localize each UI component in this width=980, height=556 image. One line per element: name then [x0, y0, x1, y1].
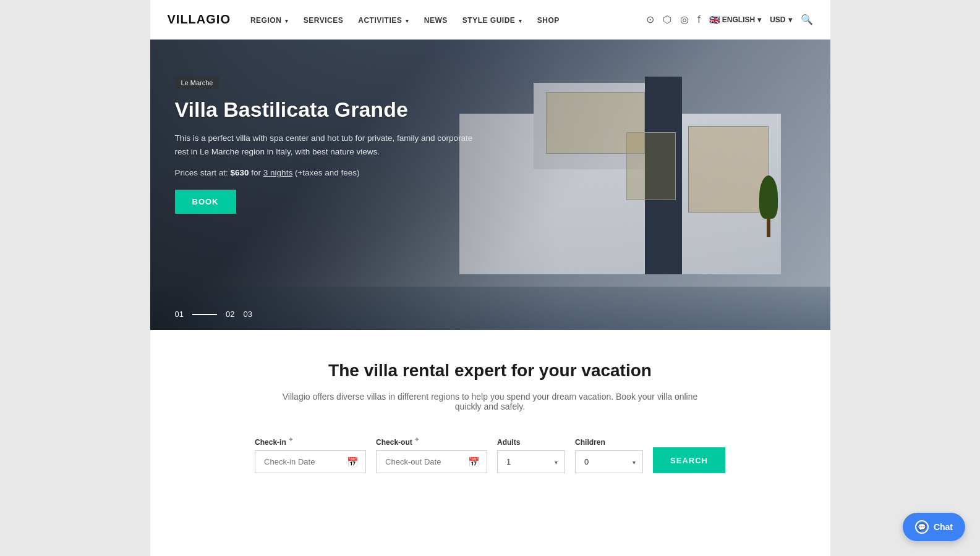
nav-link-activities[interactable]: ACTIVITIES ▾: [358, 16, 409, 25]
checkout-label: Check-out ✦: [376, 436, 487, 447]
adults-group: Adults 0 1 2 3 4 5 ▾: [497, 438, 565, 473]
slide-02[interactable]: 02: [226, 310, 234, 319]
slide-03[interactable]: 03: [243, 310, 252, 319]
currency-selector[interactable]: USD ▾: [770, 15, 791, 24]
nav-item-style-guide[interactable]: STYLE GUIDE ▾: [462, 14, 522, 25]
children-group: Children 0 1 2 3 4 5 ▾: [575, 438, 643, 473]
chevron-down-icon: ▾: [404, 18, 409, 24]
nav-menu: REGION ▾ SERVICES ACTIVITIES ▾ NEWS: [250, 14, 560, 25]
nav-link-region[interactable]: REGION ▾: [250, 16, 289, 25]
language-selector[interactable]: 🇬🇧 ENGLISH ▾: [709, 15, 761, 25]
adults-select[interactable]: 0 1 2 3 4 5: [497, 450, 565, 473]
checkout-input[interactable]: [376, 450, 487, 473]
nav-item-activities[interactable]: ACTIVITIES ▾: [358, 14, 409, 25]
adults-label: Adults: [497, 438, 565, 447]
navbar-left: VILLAGIO REGION ▾ SERVICES ACTIVITIES ▾: [168, 12, 560, 27]
chat-button[interactable]: 💬 Chat: [903, 513, 965, 541]
instagram-icon[interactable]: ◎: [680, 14, 689, 25]
foursquare-icon[interactable]: ⬡: [663, 14, 671, 25]
children-select-wrapper: 0 1 2 3 4 5 ▾: [575, 450, 643, 473]
region-tag: Le Marche: [175, 77, 219, 89]
booking-form: Check-in ✦ 📅 Check-out ✦ 📅 Adul: [168, 436, 813, 473]
navbar-right: ⊙ ⬡ ◎ f 🇬🇧 ENGLISH ▾ USD ▾ 🔍: [646, 14, 812, 25]
search-icon[interactable]: 🔍: [801, 14, 813, 25]
checkin-label: Check-in ✦: [255, 436, 366, 447]
slide-indicators: 01 02 03: [175, 310, 252, 319]
search-button[interactable]: SEARCH: [653, 447, 725, 473]
nav-item-news[interactable]: NEWS: [424, 14, 448, 25]
brand-logo[interactable]: VILLAGIO: [168, 12, 231, 27]
children-select[interactable]: 0 1 2 3 4 5: [575, 450, 643, 473]
nav-link-style-guide[interactable]: STYLE GUIDE ▾: [462, 16, 522, 25]
facebook-icon[interactable]: f: [697, 14, 700, 25]
indicator-line: [192, 314, 217, 315]
hero-content: Le Marche Villa Bastilicata Grande This …: [175, 77, 484, 214]
nav-link-news[interactable]: NEWS: [424, 16, 448, 25]
hero-section: Le Marche Villa Bastilicata Grande This …: [150, 40, 830, 330]
checkin-input-wrapper: 📅: [255, 450, 366, 473]
hero-price: Prices start at: $630 for 3 nights (+tax…: [175, 168, 484, 177]
chevron-down-icon: ▾: [757, 15, 761, 24]
nav-item-services[interactable]: SERVICES: [304, 14, 343, 25]
children-label: Children: [575, 438, 643, 447]
chevron-down-icon: ▾: [283, 18, 289, 24]
hero-title: Villa Bastilicata Grande: [175, 98, 484, 122]
booking-subtext: Villagio offers diverse villas in differ…: [280, 392, 701, 411]
page-wrapper: VILLAGIO REGION ▾ SERVICES ACTIVITIES ▾: [150, 0, 830, 556]
tripadvisor-icon[interactable]: ⊙: [646, 14, 654, 25]
checkin-group: Check-in ✦ 📅: [255, 436, 366, 473]
booking-section: The villa rental expert for your vacatio…: [150, 330, 830, 498]
checkout-input-wrapper: 📅: [376, 450, 487, 473]
checkin-input[interactable]: [255, 450, 366, 473]
nav-link-shop[interactable]: SHOP: [537, 16, 560, 25]
chevron-down-icon: ▾: [517, 18, 522, 24]
booking-headline: The villa rental expert for your vacatio…: [168, 361, 813, 381]
chat-icon: 💬: [915, 520, 929, 534]
hero-description: This is a perfect villa with spa center …: [175, 132, 484, 158]
nav-item-region[interactable]: REGION ▾: [250, 14, 289, 25]
flag-icon: 🇬🇧: [709, 15, 720, 25]
navbar: VILLAGIO REGION ▾ SERVICES ACTIVITIES ▾: [150, 0, 830, 40]
chat-label: Chat: [934, 522, 953, 532]
nav-item-shop[interactable]: SHOP: [537, 14, 560, 25]
adults-select-wrapper: 0 1 2 3 4 5 ▾: [497, 450, 565, 473]
book-button[interactable]: BOOK: [175, 190, 236, 214]
slide-01[interactable]: 01: [175, 310, 184, 319]
checkout-group: Check-out ✦ 📅: [376, 436, 487, 473]
nav-link-services[interactable]: SERVICES: [304, 16, 343, 25]
chevron-down-icon: ▾: [788, 15, 792, 24]
